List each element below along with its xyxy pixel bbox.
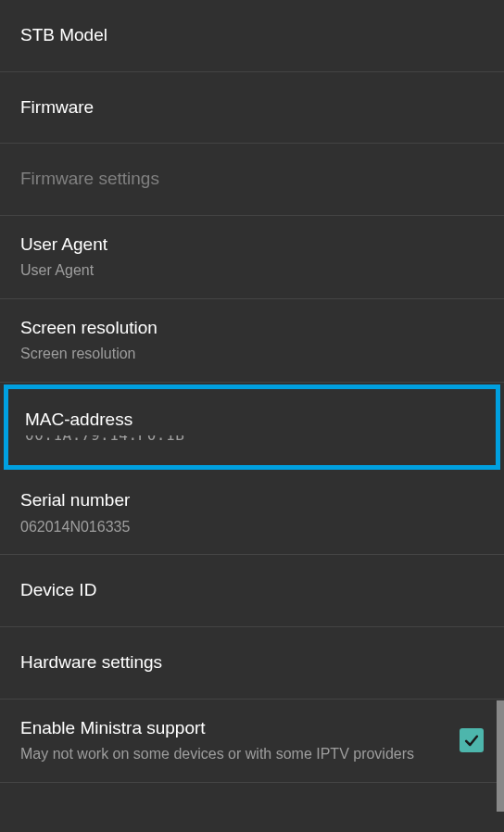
setting-firmware-settings[interactable]: Firmware settings — [0, 144, 504, 216]
setting-subtitle: User Agent — [20, 260, 484, 281]
settings-list: STB Model Firmware Firmware settings Use… — [0, 0, 504, 832]
setting-serial-number[interactable]: Serial number 062014N016335 — [0, 472, 504, 555]
setting-title: User Agent — [20, 233, 484, 258]
setting-user-agent[interactable]: User Agent User Agent — [0, 216, 504, 299]
check-icon — [462, 731, 481, 750]
setting-firmware[interactable]: Firmware — [0, 72, 504, 145]
setting-title: Enable Ministra support — [20, 716, 439, 741]
setting-title: Firmware settings — [20, 167, 484, 192]
setting-screen-resolution[interactable]: Screen resolution Screen resolution — [0, 299, 504, 383]
setting-title: MAC-address — [25, 408, 479, 433]
scrollbar[interactable] — [497, 700, 504, 812]
setting-title: Hardware settings — [20, 650, 484, 675]
setting-title: Serial number — [20, 488, 484, 513]
setting-ministra-support[interactable]: Enable Ministra support May not work on … — [0, 700, 504, 783]
setting-title: STB Model — [20, 23, 484, 48]
setting-subtitle: 062014N016335 — [20, 517, 484, 537]
setting-title: Device ID — [20, 578, 484, 603]
checkbox-ministra[interactable] — [460, 728, 484, 752]
setting-mac-address[interactable]: MAC-address 00:1A:79:14:F0:1B — [4, 384, 500, 471]
setting-hardware-settings[interactable]: Hardware settings — [0, 627, 504, 700]
setting-title: Firmware — [20, 95, 484, 120]
setting-subtitle: Screen resolution — [20, 344, 484, 364]
setting-subtitle: 00:1A:79:14:F0:1B — [25, 435, 479, 447]
setting-subtitle: May not work on some devices or with som… — [20, 744, 439, 764]
setting-title: Screen resolution — [20, 316, 484, 341]
setting-stb-model[interactable]: STB Model — [0, 0, 504, 72]
setting-device-id[interactable]: Device ID — [0, 555, 504, 627]
